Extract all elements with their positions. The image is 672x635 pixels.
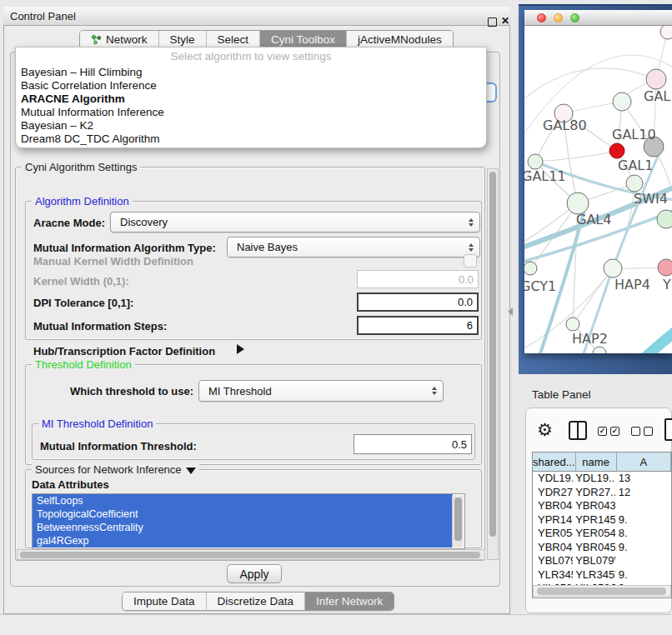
mi-steps-label: Mutual Information Steps: [33, 320, 167, 332]
table-cell: YDR27... [573, 486, 614, 500]
unchecked-checkbox-icon[interactable] [631, 427, 640, 436]
dropdown-options: Bayesian – Hill ClimbingBasic Correlatio… [16, 66, 486, 146]
data-attributes-list[interactable]: SelfLoopsTopologicalCoefficientBetweenne… [32, 493, 465, 549]
tab-discretize-data[interactable]: Discretize Data [207, 592, 306, 610]
which-threshold-combobox[interactable]: MI Threshold [198, 380, 444, 402]
manual-kernel-label: Manual Kernel Width Definition [33, 255, 193, 268]
settings-horizontal-scrollbar[interactable] [17, 549, 485, 560]
network-node-y[interactable] [658, 259, 672, 276]
tab-label: Discretize Data [218, 595, 294, 608]
panel-splitter-arrow[interactable] [508, 308, 513, 316]
kernel-width-field[interactable] [357, 270, 479, 288]
column-header[interactable]: A [617, 452, 671, 471]
table-cell: YDL19... [573, 472, 614, 486]
network-node-gal10[interactable] [613, 92, 631, 111]
scrollbar-thumb[interactable] [454, 498, 462, 541]
dropdown-option[interactable]: Mutual Information Inference [16, 106, 486, 119]
mi-steps-field[interactable] [357, 316, 479, 335]
tab-style[interactable]: Style [159, 31, 207, 48]
network-canvas[interactable]: GALGAL80GAL10GAL1GAL11SWI4GAL4GCY1HAP4YH… [524, 26, 672, 353]
float-panel-icon[interactable] [488, 18, 497, 27]
network-edge[interactable] [524, 68, 656, 98]
mi-algorithm-type-combobox[interactable]: Naive Bayes [227, 237, 480, 258]
attribute-list-item[interactable]: gal4RGexp [33, 534, 453, 548]
aracne-mode-combobox[interactable]: Discovery [110, 212, 480, 232]
table-cell: YER054C [573, 527, 614, 541]
list-vertical-scrollbar[interactable] [452, 495, 464, 548]
network-icon [91, 34, 102, 45]
mi-threshold-field[interactable] [354, 434, 472, 454]
table-row[interactable]: YER054CYER054C8. [533, 527, 671, 541]
dropdown-option[interactable]: Bayesian – K2 [16, 119, 486, 132]
table-cell: YBL079W [573, 554, 614, 568]
table-row[interactable]: YLR345WYLR345W9. [533, 568, 671, 582]
mi-threshold-definition-title: MI Threshold Definition [38, 418, 156, 430]
network-node[interactable] [660, 26, 672, 39]
table-row[interactable]: YDL19...YDL19...13 [533, 472, 671, 486]
mac-close-button[interactable] [537, 13, 546, 22]
network-edge[interactable] [535, 151, 617, 162]
tab-network[interactable]: Network [80, 31, 159, 48]
dropdown-option[interactable]: Dream8 DC_TDC Algorithm [16, 132, 486, 146]
table-cell: YLR345W [533, 568, 573, 582]
settings-vertical-scrollbar[interactable] [487, 168, 499, 560]
network-node-gal1[interactable] [609, 143, 624, 158]
network-node-hap4[interactable] [604, 259, 622, 278]
dropdown-option[interactable]: Basic Correlation Inference [16, 79, 486, 92]
tab-select[interactable]: Select [207, 31, 261, 48]
apply-button[interactable]: Apply [227, 564, 282, 583]
manual-kernel-checkbox[interactable] [464, 254, 477, 268]
mac-zoom-button[interactable] [570, 13, 579, 22]
tab-label: Cyni Toolbox [271, 33, 335, 46]
network-edge[interactable] [617, 332, 672, 353]
tab-impute-data[interactable]: Impute Data [123, 592, 207, 610]
file-icon[interactable] [664, 418, 672, 441]
algorithm-definition-title: Algorithm Definition [32, 195, 133, 208]
tab-label: jActiveMNodules [358, 33, 442, 46]
close-panel-icon[interactable]: ✕ [501, 15, 509, 27]
attribute-list-item[interactable]: TopologicalCoefficient [33, 508, 453, 521]
collapse-arrow-icon[interactable] [186, 468, 196, 474]
scrollbar-thumb[interactable] [20, 552, 480, 558]
table-row[interactable]: YDR27...YDR27...12 [533, 486, 671, 500]
mac-minimize-button[interactable] [554, 13, 563, 22]
network-node[interactable] [657, 210, 672, 228]
attribute-list-item[interactable]: SelfLoops [33, 494, 453, 508]
network-window-titlebar[interactable] [524, 10, 672, 26]
combobox-value: Discovery [120, 216, 168, 228]
scrollbar-thumb[interactable] [537, 588, 666, 595]
expand-arrow-icon[interactable] [237, 344, 244, 354]
table-horizontal-scrollbar[interactable] [533, 585, 671, 597]
unchecked-checkbox-icon[interactable] [644, 427, 653, 436]
tab-jactivemnodules[interactable]: jActiveMNodules [347, 31, 453, 48]
table-cell: YBR043C [573, 499, 614, 513]
tab-cyni-toolbox[interactable]: Cyni Toolbox [260, 31, 347, 48]
network-node-hap2[interactable] [566, 318, 579, 331]
checked-checkbox-icon[interactable]: ✓ [610, 427, 619, 436]
gear-icon[interactable]: ⚙ [537, 420, 553, 440]
column-header[interactable]: shared... [533, 452, 576, 471]
table-row[interactable]: YBR043CYBR043C [533, 499, 671, 513]
checked-checkbox-icon[interactable]: ✓ [598, 427, 607, 436]
scrollbar-thumb[interactable] [489, 172, 496, 537]
node-label: GAL [644, 88, 670, 104]
table-cell: YPR145W [533, 513, 573, 528]
attribute-list-item[interactable]: BetweennessCentrality [33, 521, 453, 534]
network-node-gal[interactable] [646, 69, 666, 89]
table-row[interactable]: YPR145WYPR145W9. [533, 513, 671, 528]
dpi-tolerance-field[interactable] [357, 292, 479, 312]
columns-icon[interactable] [569, 421, 587, 440]
network-view-window: GALGAL80GAL10GAL1GAL11SWI4GAL4GCY1HAP4YH… [524, 10, 672, 353]
network-node-gal11[interactable] [528, 154, 543, 169]
spinner-arrows-icon [469, 218, 474, 227]
table-row[interactable]: YBL079WYBL079W [533, 554, 671, 568]
table-header-row: shared...nameA [533, 452, 671, 472]
network-node-gcy1[interactable] [524, 262, 537, 275]
tab-infer-network[interactable]: Infer Network [305, 592, 394, 610]
dropdown-option[interactable]: Bayesian – Hill Climbing [16, 66, 486, 79]
column-header[interactable]: name [576, 452, 617, 471]
dropdown-option[interactable]: ARACNE Algorithm [16, 92, 486, 106]
table-cell: YBR043C [533, 499, 573, 513]
network-node-swi4[interactable] [626, 175, 643, 192]
table-row[interactable]: YBR045CYBR045C9. [533, 541, 671, 555]
